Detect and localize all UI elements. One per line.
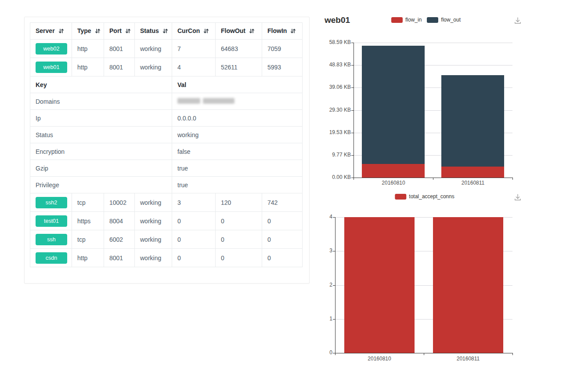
kv-header-key: Key — [30, 76, 172, 93]
table-cell: 7059 — [262, 40, 303, 58]
redacted-value — [177, 98, 234, 104]
server-detail-card: ServerTypePortStatusCurConFlowOutFlowIn … — [24, 17, 310, 284]
kv-val: working — [172, 127, 303, 143]
table-body: web02http8001working7646837059web01http8… — [30, 40, 303, 267]
table-cell: csdn — [30, 249, 72, 267]
bar-total_accept_conns-20160811 — [433, 217, 503, 353]
table-cell: 52611 — [216, 58, 262, 76]
column-header-type[interactable]: Type — [72, 23, 104, 40]
redacted-chunk — [177, 98, 200, 104]
kv-val: true — [172, 177, 303, 193]
table-cell: working — [135, 212, 172, 230]
table-cell: http — [72, 40, 104, 58]
y-axis-tick-label: 4 — [299, 214, 332, 220]
column-header-server[interactable]: Server — [30, 23, 72, 40]
table-cell: 6002 — [104, 230, 135, 249]
table-cell: 7 — [172, 40, 216, 58]
kv-key: Gzip — [30, 160, 172, 177]
kv-val: false — [172, 143, 303, 160]
legend-label: total_accept_conns — [409, 193, 454, 200]
column-label: Port — [109, 27, 122, 34]
column-header-flowout[interactable]: FlowOut — [216, 23, 262, 40]
server-table: ServerTypePortStatusCurConFlowOutFlowIn … — [30, 22, 303, 267]
server-button-ssh[interactable]: ssh — [36, 234, 67, 245]
kv-row-status: Statusworking — [30, 127, 303, 143]
table-cell: 5993 — [262, 58, 303, 76]
table-cell: http — [72, 249, 104, 267]
column-label: CurCon — [177, 27, 200, 34]
server-button-test01[interactable]: test01 — [36, 215, 67, 227]
table-cell: web01 — [30, 58, 72, 76]
sort-icon — [125, 28, 131, 35]
column-label: Status — [140, 27, 159, 34]
server-row-test01: test01https8004working000 — [30, 212, 303, 230]
server-button-ssh2[interactable]: ssh2 — [36, 197, 67, 208]
x-axis-tick — [512, 353, 513, 355]
column-header-curcon[interactable]: CurCon — [172, 23, 216, 40]
table-cell: 64683 — [216, 40, 262, 58]
table-cell: http — [72, 58, 104, 76]
kv-row-domains: Domains — [30, 93, 303, 110]
kv-row-ip: Ip0.0.0.0 — [30, 110, 303, 127]
table-cell: tcp — [72, 193, 104, 212]
server-row-ssh: sshtcp6002working000 — [30, 230, 303, 249]
table-cell: 0 — [262, 230, 303, 249]
sort-icon — [203, 28, 209, 35]
x-axis-tick-label: 20160810 — [353, 356, 406, 362]
sort-icon — [290, 28, 296, 35]
table-cell: 0 — [216, 230, 262, 249]
column-label: Type — [77, 27, 91, 34]
table-cell: 0 — [172, 230, 216, 249]
table-cell: 8004 — [104, 212, 135, 230]
server-row-csdn: csdnhttp8001working000 — [30, 249, 303, 267]
table-cell: working — [135, 249, 172, 267]
server-row-web02: web02http8001working7646837059 — [30, 40, 303, 58]
column-label: FlowIn — [267, 27, 287, 34]
y-axis-tick-label: 3 — [299, 247, 332, 254]
kv-key: Ip — [30, 110, 172, 127]
table-cell: 3 — [172, 193, 216, 212]
table-cell: 0 — [216, 249, 262, 267]
table-cell: 0 — [216, 212, 262, 230]
server-button-csdn[interactable]: csdn — [36, 252, 67, 264]
table-cell: 8001 — [104, 58, 135, 76]
server-button-web01[interactable]: web01 — [36, 62, 67, 73]
save-as-image-icon[interactable] — [513, 193, 522, 202]
column-header-port[interactable]: Port — [104, 23, 135, 40]
server-row-ssh2: ssh2tcp10002working3120742 — [30, 193, 303, 212]
redacted-chunk — [203, 98, 234, 104]
kv-key: Encryption — [30, 143, 172, 160]
charts-panel: web01flow_inflow_out0.00 KB9.77 KB19.53 … — [316, 0, 588, 378]
table-cell: 8001 — [104, 40, 135, 58]
x-axis-tick — [424, 353, 424, 355]
table-header: ServerTypePortStatusCurConFlowOutFlowIn — [30, 23, 303, 40]
table-cell: 0 — [262, 212, 303, 230]
column-header-flowin[interactable]: FlowIn — [262, 23, 303, 40]
table-cell: ssh — [30, 230, 72, 249]
chart-legend: total_accept_conns — [395, 193, 454, 200]
table-cell: 4 — [172, 58, 216, 76]
column-header-status[interactable]: Status — [135, 23, 172, 40]
table-cell: 8001 — [104, 249, 135, 267]
sort-icon — [95, 28, 101, 35]
server-button-web02[interactable]: web02 — [36, 43, 67, 55]
kv-row-encryption: Encryptionfalse — [30, 143, 303, 160]
kv-val: true — [172, 160, 303, 177]
kv-val — [172, 93, 303, 110]
kv-row-gzip: Gziptrue — [30, 160, 303, 177]
legend-swatch — [395, 194, 406, 200]
kv-val: 0.0.0.0 — [172, 110, 303, 127]
legend-item-total_accept_conns[interactable]: total_accept_conns — [395, 193, 454, 200]
table-cell: working — [135, 193, 172, 212]
table-cell: 120 — [216, 193, 262, 212]
y-axis-line — [335, 217, 335, 353]
table-cell: 0 — [172, 249, 216, 267]
table-cell: working — [135, 58, 172, 76]
bar-total_accept_conns-20160810 — [344, 217, 415, 353]
server-row-web01: web01http8001working4526115993 — [30, 58, 303, 76]
table-cell: working — [135, 230, 172, 249]
sort-icon — [58, 28, 64, 35]
kv-key: Status — [30, 127, 172, 143]
table-cell: 0 — [262, 249, 303, 267]
kv-row-privilege: Privilegetrue — [30, 177, 303, 193]
